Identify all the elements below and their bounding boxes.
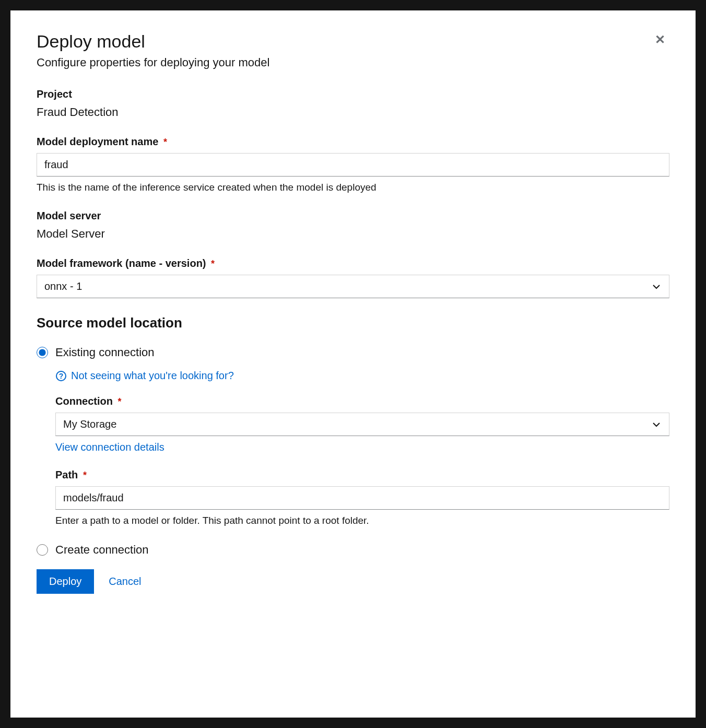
modal-footer: Deploy Cancel: [37, 569, 669, 594]
project-group: Project Fraud Detection: [37, 88, 669, 119]
deploy-model-modal: Deploy model ✕ Configure properties for …: [10, 10, 696, 718]
path-label: Path *: [55, 469, 669, 481]
framework-select[interactable]: onnx - 1: [37, 275, 669, 298]
deployment-name-group: Model deployment name * This is the name…: [37, 136, 669, 193]
required-indicator: *: [118, 396, 122, 407]
close-button[interactable]: ✕: [651, 31, 669, 48]
modal-subtitle: Configure properties for deploying your …: [37, 56, 669, 69]
path-input[interactable]: [55, 486, 669, 510]
connection-label-text: Connection: [55, 395, 113, 407]
connection-select[interactable]: My Storage: [55, 413, 669, 436]
question-circle-icon: ?: [55, 370, 67, 382]
framework-label-text: Model framework (name - version): [37, 257, 206, 269]
modal-header: Deploy model ✕: [37, 31, 669, 56]
modal-title: Deploy model: [37, 31, 145, 52]
model-server-group: Model server Model Server: [37, 210, 669, 241]
framework-label: Model framework (name - version) *: [37, 257, 669, 269]
model-server-label: Model server: [37, 210, 669, 222]
connection-label: Connection *: [55, 395, 669, 407]
model-server-value: Model Server: [37, 227, 669, 241]
required-indicator: *: [163, 137, 167, 147]
help-link-text: Not seeing what you're looking for?: [71, 370, 234, 382]
connection-select-wrapper: My Storage: [55, 413, 669, 436]
view-connection-details-link[interactable]: View connection details: [55, 441, 164, 453]
existing-connection-section: ? Not seeing what you're looking for? Co…: [55, 370, 669, 526]
deploy-button[interactable]: Deploy: [37, 569, 94, 594]
framework-select-wrapper: onnx - 1: [37, 275, 669, 298]
framework-group: Model framework (name - version) * onnx …: [37, 257, 669, 298]
path-label-text: Path: [55, 469, 78, 480]
radio-create-connection[interactable]: Create connection: [37, 543, 669, 557]
project-value: Fraud Detection: [37, 105, 669, 119]
source-location-title: Source model location: [37, 315, 669, 331]
radio-create-input[interactable]: [37, 544, 48, 556]
close-icon: ✕: [655, 32, 665, 46]
source-location-radio-group: Existing connection ? Not seeing what yo…: [37, 346, 669, 557]
project-label: Project: [37, 88, 669, 100]
connection-group: Connection * My Storage View connection …: [55, 395, 669, 453]
required-indicator: *: [211, 259, 215, 269]
deployment-name-label-text: Model deployment name: [37, 136, 158, 147]
cancel-button[interactable]: Cancel: [109, 576, 141, 588]
path-help: Enter a path to a model or folder. This …: [55, 515, 669, 526]
radio-existing-label[interactable]: Existing connection: [55, 346, 155, 359]
deployment-name-help: This is the name of the inference servic…: [37, 182, 669, 193]
required-indicator: *: [83, 470, 87, 480]
radio-existing-connection[interactable]: Existing connection: [37, 346, 669, 359]
svg-text:?: ?: [59, 372, 64, 380]
path-group: Path * Enter a path to a model or folder…: [55, 469, 669, 526]
not-seeing-help-link[interactable]: ? Not seeing what you're looking for?: [55, 370, 234, 382]
radio-create-label[interactable]: Create connection: [55, 543, 149, 557]
deployment-name-label: Model deployment name *: [37, 136, 669, 148]
radio-existing-input[interactable]: [37, 347, 48, 358]
deployment-name-input[interactable]: [37, 153, 669, 177]
